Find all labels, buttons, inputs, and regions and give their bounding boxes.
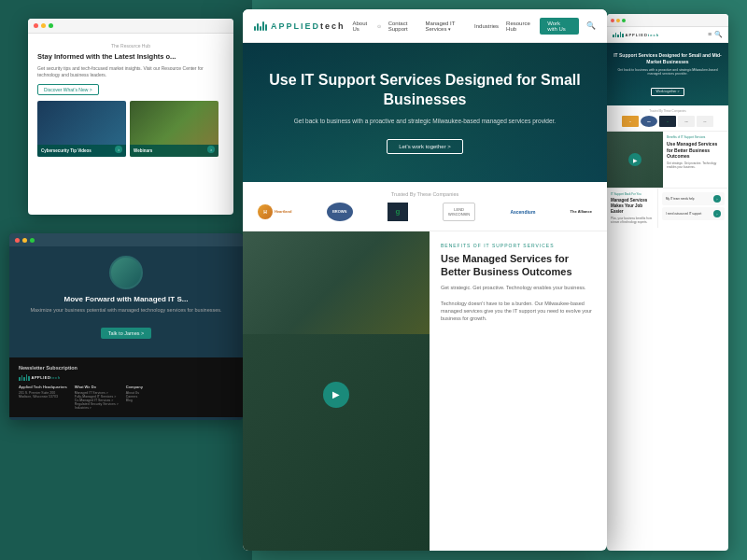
browser-toolbar [28, 19, 233, 34]
card-cybersecurity: Cybersecurity Tip Videos › [37, 101, 126, 157]
logo-bar-4 [262, 21, 264, 31]
nav-resource-hub[interactable]: Resource Hub [506, 21, 532, 32]
mini-acc-1[interactable]: My IT team needs help › [662, 192, 725, 205]
card-arrow-1[interactable]: › [115, 146, 122, 153]
benefits-body-text: Get strategic. Get proactive. Technology… [441, 284, 596, 291]
mini-acc-arrow-2[interactable]: › [713, 210, 721, 217]
managed-it-subtitle: Maximize your business potential with ma… [19, 307, 233, 315]
mini-video: ▶ [607, 132, 663, 188]
footer-col-what-we-do: What We Do Managed IT Services > Fully-M… [75, 385, 119, 410]
logo-bars [254, 21, 267, 31]
mini-browser-managed-it: Move Forward with Managed IT S... Maximi… [9, 233, 243, 420]
lend-logo: LEND WISCONSIN [443, 203, 475, 221]
mini-nav: APPLIEDtech ≡ 🔍 [607, 27, 728, 43]
play-button[interactable]: ▶ [323, 382, 349, 408]
mini-logo: APPLIEDtech [613, 32, 659, 37]
nav-cta-btn[interactable]: Work with Us [540, 18, 579, 35]
heartland-icon: H [258, 204, 273, 219]
card-webinars: Webinars › [130, 101, 218, 157]
trusted-logo-brown: BROWN [327, 203, 353, 221]
main-content: ▶ Benefits of IT Support Services Use Ma… [243, 231, 607, 551]
mini-trusted: Trusted By These Companies H BR g AS AL [607, 105, 728, 132]
mini-acc-text-1: My IT team needs help [666, 197, 694, 201]
mini-section-title: Use Managed Services for Better Business… [667, 141, 725, 160]
mini-trusted-logos: H BR g AS AL [613, 116, 723, 127]
heartland-logo: H Heartland [258, 204, 291, 219]
talk-btn[interactable]: Talk to James > [101, 328, 151, 339]
benefits-title: Use Managed Services for Better Business… [441, 252, 596, 279]
mini-acc-arrow-1[interactable]: › [713, 195, 721, 203]
mini-hero-btn[interactable]: Work together > [651, 88, 685, 96]
nav-contact[interactable]: Contact Support [388, 21, 418, 32]
benefits-section-label: Benefits of IT Support Services [441, 243, 596, 248]
minimize-dot-2 [22, 238, 27, 243]
mini-hero-subtitle: Get back to business with a proactive an… [613, 68, 723, 76]
discover-btn[interactable]: Discover What's New > [37, 84, 99, 95]
close-dot [34, 23, 38, 28]
mini-logo-brown: BR [641, 116, 657, 127]
trusted-logo-lend: LEND WISCONSIN [443, 203, 475, 221]
nav-contact-icon[interactable]: ⊙ [377, 23, 381, 29]
bar5 [28, 376, 30, 381]
bar3 [23, 377, 25, 381]
logo-bar-2 [257, 23, 259, 31]
nav-managed-it[interactable]: Managed IT Services [425, 21, 467, 32]
newsletter-label: Newsletter Subscription [19, 365, 233, 371]
nav-about[interactable]: About Us [353, 21, 370, 32]
trusted-logo-alliance: The Alliance [571, 209, 592, 214]
mini-content: ▶ Benefits of IT Support Services Use Ma… [607, 132, 728, 188]
mini-play-btn[interactable]: ▶ [628, 153, 641, 166]
nav-industries[interactable]: Industries [474, 23, 499, 29]
navigation: APPLIEDtech About Us ⊙ Contact Support M… [243, 9, 607, 43]
mbar2 [615, 33, 617, 37]
trusted-logo-heartland: H Heartland [258, 204, 291, 219]
managed-it-title: Move Forward with Managed IT S... [19, 295, 233, 303]
hero-cta-btn[interactable]: Let's work together > [387, 139, 463, 154]
video-section: ▶ [243, 231, 430, 551]
mini-out-body: Plus, your business benefits from a team… [611, 217, 654, 224]
bar2 [21, 375, 23, 381]
mini-section-label: Benefits of IT Support Services [667, 135, 725, 139]
resource-hub-label: The Resource Hub [37, 43, 224, 49]
left-panel: The Resource Hub Stay Informed with the … [0, 0, 252, 560]
heartland-text: Heartland [275, 209, 291, 214]
mini-logo-bars [613, 32, 624, 37]
mini-logo-text: APPLIEDtech [626, 33, 660, 37]
mbar4 [620, 32, 622, 37]
mini-hamburger-icon[interactable]: ≡ [708, 31, 712, 38]
mini-hero: IT Support Services Designed for Small a… [607, 43, 728, 105]
mini-search-icon[interactable]: 🔍 [714, 31, 723, 38]
footer-logos: APPLIEDtech [19, 374, 233, 381]
mini-acc-2[interactable]: I need outsourced IT support › [662, 207, 725, 220]
hero-subtitle: Get back to business with a proactive an… [261, 118, 588, 124]
footer-col-address: Applied Tech Headquarters 201 S. Premier… [19, 385, 67, 410]
main-browser: APPLIEDtech About Us ⊙ Contact Support M… [243, 9, 607, 551]
logo-bar-5 [265, 24, 267, 31]
card-title-cybersecurity: Cybersecurity Tip Videos [41, 148, 122, 153]
mbar3 [617, 35, 619, 37]
min-dot-right [616, 19, 620, 22]
ascendium-text: Ascendium [510, 209, 535, 215]
logo-applied: APPLIED [271, 21, 320, 31]
benefits-content: Benefits of IT Support Services Use Mana… [430, 231, 607, 551]
search-icon[interactable]: 🔍 [586, 21, 596, 30]
mini-browser-resource-hub: The Resource Hub Stay Informed with the … [28, 19, 233, 215]
card-arrow-2[interactable]: › [207, 146, 215, 153]
brown-logo: BROWN [327, 203, 353, 221]
maximize-dot-2 [30, 238, 35, 243]
mini-benefits: Benefits of IT Support Services Use Mana… [663, 132, 728, 188]
minimize-dot [41, 23, 46, 28]
card-title-webinars: Webinars [134, 148, 215, 153]
mini-hero-title: IT Support Services Designed for Small a… [613, 52, 723, 65]
logo-text: APPLIEDtech [271, 21, 345, 31]
footer-columns: Applied Tech Headquarters 201 S. Premier… [19, 385, 233, 410]
bar1 [19, 377, 21, 381]
footer-col-company: Company About Us Careers Blog [126, 385, 143, 410]
footer-address: 201 S. Premier Suite 200Madison, Wiscons… [19, 391, 67, 399]
mini-section-body: Get strategic. Get proactive. Technology… [667, 161, 725, 169]
mini-trusted-label: Trusted By These Companies [613, 109, 723, 113]
footer-service-5: Industries > [75, 406, 119, 410]
card-overlay-1: Cybersecurity Tip Videos [37, 145, 126, 157]
applied-tech-logo: APPLIEDtech [19, 374, 61, 381]
mini-logo-alliance: AL [697, 116, 713, 127]
